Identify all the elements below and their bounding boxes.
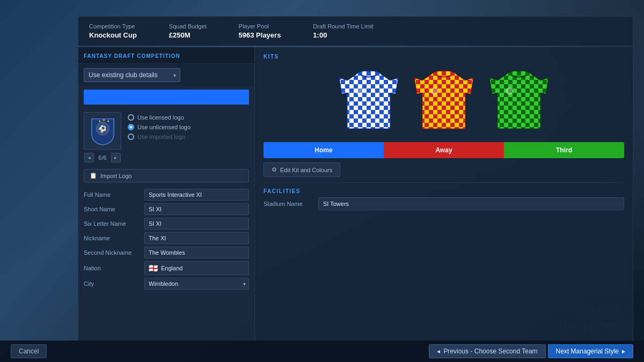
edit-kit-icon: ⚙ (272, 166, 277, 173)
facilities-section: FACILITIES Stadium Name (264, 182, 624, 210)
svg-point-14 (431, 88, 437, 94)
svg-text:★: ★ (98, 120, 100, 123)
away-kit-item (412, 67, 476, 137)
kit-display (264, 62, 624, 142)
club-shield-svg: ⚽ ★ ★ ★ (88, 116, 118, 146)
competition-type-section: Competition Type Knockout Cup (89, 23, 137, 39)
next-arrow-icon: ▸ (622, 348, 625, 355)
logo-counter: 6/6 (98, 154, 106, 161)
import-logo-icon: 📋 (90, 172, 97, 179)
draft-round-value: 1:00 (313, 31, 373, 39)
logo-prev-button[interactable]: ◂ (84, 153, 94, 162)
stadium-name-input[interactable] (318, 197, 624, 210)
club-details-dropdown[interactable]: Use existing club details Create new clu… (84, 68, 180, 82)
main-container: Competition Type Knockout Cup Squad Budg… (78, 16, 633, 346)
edit-kit-label: Edit Kit and Colours (280, 167, 332, 173)
kits-section: KITS (264, 54, 624, 177)
logo-next-icon: ▸ (114, 155, 117, 160)
next-button[interactable]: Next Managerial Style ▸ (548, 344, 633, 358)
kit-selection-buttons: Home Away Third (264, 142, 624, 158)
home-kit-button[interactable]: Home (264, 142, 384, 158)
city-label: City (84, 280, 140, 287)
fantasy-draft-label: FANTASY DRAFT COMPETITION (84, 53, 180, 59)
logo-section: ⚽ ★ ★ ★ ◂ 6/6 ▸ (78, 108, 254, 167)
bottom-navigation-bar: Cancel ◂ Previous - Choose Second Team N… (0, 341, 644, 362)
home-kit-svg (336, 67, 401, 137)
next-button-label: Next Managerial Style (556, 348, 619, 355)
imported-radio (128, 134, 134, 140)
svg-text:★: ★ (103, 119, 105, 122)
import-logo-label: Import Logo (100, 173, 132, 179)
panel-header: FANTASY DRAFT COMPETITION (78, 47, 254, 64)
competition-type-label: Competition Type (89, 23, 137, 29)
use-unlicensed-logo-option[interactable]: Use unlicensed logo (128, 124, 191, 130)
full-name-row: Full Name (84, 189, 249, 201)
svg-text:⚽: ⚽ (98, 124, 107, 133)
logo-container: ⚽ ★ ★ ★ ◂ 6/6 ▸ (84, 112, 121, 162)
left-panel: FANTASY DRAFT COMPETITION Use existing c… (78, 47, 255, 346)
short-name-input[interactable] (144, 203, 249, 215)
prev-arrow-icon: ◂ (437, 348, 440, 355)
away-kit-button[interactable]: Away (384, 142, 504, 158)
right-panel: KITS (255, 47, 633, 346)
facilities-section-title: FACILITIES (264, 188, 624, 194)
import-logo-button[interactable]: 📋 Import Logo (84, 169, 249, 182)
squad-budget-section: Squad Budget £250M (169, 23, 207, 39)
city-select-wrapper: Wimbledon London ▾ (144, 278, 249, 290)
full-name-label: Full Name (84, 191, 140, 198)
competition-type-value: Knockout Cup (89, 31, 137, 39)
prev-button-label: Previous - Choose Second Team (443, 348, 537, 355)
stadium-name-row: Stadium Name (264, 197, 624, 210)
player-pool-label: Player Pool (239, 23, 281, 29)
cancel-button[interactable]: Cancel (11, 344, 47, 358)
licensed-radio (128, 114, 134, 121)
squad-budget-value: £250M (169, 31, 207, 39)
top-info-bar: Competition Type Knockout Cup Squad Budg… (78, 16, 633, 46)
content-area: FANTASY DRAFT COMPETITION Use existing c… (78, 47, 633, 346)
use-licensed-logo-option[interactable]: Use licensed logo (128, 114, 191, 121)
second-nickname-row: Second Nickname (84, 247, 249, 258)
nation-field: 🏴󠁧󠁢󠁥󠁮󠁧󠁿 England (144, 261, 249, 275)
six-letter-row: Six Letter Name (84, 218, 249, 230)
previous-button[interactable]: ◂ Previous - Choose Second Team (429, 344, 545, 358)
svg-text:★: ★ (107, 120, 109, 123)
third-kit-item (487, 67, 551, 137)
nickname-row: Nickname (84, 232, 249, 244)
nickname-label: Nickname (84, 235, 140, 241)
draft-round-section: Draft Round Time Limit 1:00 (313, 23, 373, 39)
squad-budget-label: Squad Budget (169, 23, 207, 29)
navigation-buttons: ◂ Previous - Choose Second Team Next Man… (429, 344, 633, 358)
second-nickname-input[interactable] (144, 247, 249, 258)
edit-kit-button[interactable]: ⚙ Edit Kit and Colours (264, 162, 340, 177)
club-name-bar (84, 90, 249, 105)
player-pool-value: 5963 Players (239, 31, 281, 39)
full-name-input[interactable] (144, 189, 249, 201)
logo-box: ⚽ ★ ★ ★ (84, 112, 121, 150)
six-letter-label: Six Letter Name (84, 220, 140, 227)
unlicensed-logo-label: Use unlicensed logo (137, 124, 191, 130)
svg-point-9 (356, 88, 362, 94)
second-nickname-label: Second Nickname (84, 249, 140, 256)
logo-navigation: ◂ 6/6 ▸ (84, 153, 120, 162)
city-select[interactable]: Wimbledon London (144, 278, 249, 290)
logo-next-button[interactable]: ▸ (111, 153, 121, 162)
nation-value: England (161, 265, 182, 271)
unlicensed-radio (128, 124, 134, 130)
use-imported-logo-option[interactable]: Use imported logo (128, 134, 191, 140)
short-name-row: Short Name (84, 203, 249, 215)
nation-row: Nation 🏴󠁧󠁢󠁥󠁮󠁧󠁿 England (84, 261, 249, 275)
short-name-label: Short Name (84, 206, 140, 212)
third-kit-svg (487, 67, 551, 137)
nation-label: Nation (84, 265, 140, 271)
club-form-fields: Full Name Short Name Six Letter Name Nic… (78, 184, 254, 294)
six-letter-input[interactable] (144, 218, 249, 230)
city-row: City Wimbledon London ▾ (84, 278, 249, 290)
kits-section-title: KITS (264, 54, 624, 60)
england-flag-icon: 🏴󠁧󠁢󠁥󠁮󠁧󠁿 (149, 264, 158, 272)
third-kit-button[interactable]: Third (504, 142, 624, 158)
away-kit-svg (412, 67, 476, 137)
nickname-input[interactable] (144, 232, 249, 244)
licensed-logo-label: Use licensed logo (137, 114, 184, 121)
imported-logo-label: Use imported logo (137, 134, 185, 140)
svg-point-19 (506, 88, 513, 94)
